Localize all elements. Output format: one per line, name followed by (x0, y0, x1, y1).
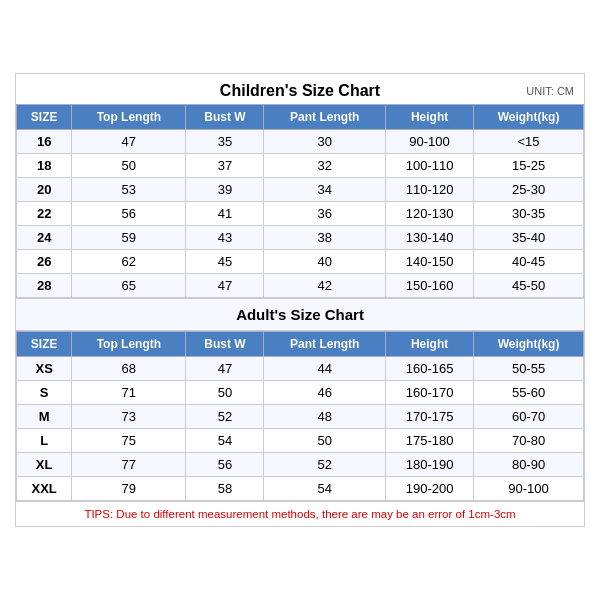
table-cell: 52 (186, 405, 264, 429)
adults-col-weight: Weight(kg) (474, 332, 584, 357)
table-cell: 59 (72, 226, 186, 250)
table-cell: 73 (72, 405, 186, 429)
table-cell: 58 (186, 477, 264, 501)
table-cell: 43 (186, 226, 264, 250)
children-table: SIZE Top Length Bust W Pant Length Heigh… (16, 104, 584, 298)
table-cell: 100-110 (386, 154, 474, 178)
table-cell: 47 (186, 357, 264, 381)
table-cell: 160-165 (386, 357, 474, 381)
table-cell: 16 (17, 130, 72, 154)
table-cell: 28 (17, 274, 72, 298)
table-cell: 30 (264, 130, 386, 154)
table-cell: 50 (264, 429, 386, 453)
children-col-top-length: Top Length (72, 105, 186, 130)
table-cell: 60-70 (474, 405, 584, 429)
table-cell: M (17, 405, 72, 429)
table-cell: 55-60 (474, 381, 584, 405)
table-cell: 30-35 (474, 202, 584, 226)
table-cell: 54 (264, 477, 386, 501)
table-cell: 79 (72, 477, 186, 501)
table-cell: 50 (186, 381, 264, 405)
table-cell: 47 (186, 274, 264, 298)
table-cell: 65 (72, 274, 186, 298)
table-row: 26624540140-15040-45 (17, 250, 584, 274)
table-cell: 56 (186, 453, 264, 477)
adults-col-top-length: Top Length (72, 332, 186, 357)
table-cell: 110-120 (386, 178, 474, 202)
table-cell: 54 (186, 429, 264, 453)
table-cell: 22 (17, 202, 72, 226)
table-cell: 38 (264, 226, 386, 250)
main-title: Children's Size Chart (220, 82, 380, 100)
table-cell: L (17, 429, 72, 453)
table-cell: <15 (474, 130, 584, 154)
table-cell: 42 (264, 274, 386, 298)
table-row: 24594338130-14035-40 (17, 226, 584, 250)
table-cell: 53 (72, 178, 186, 202)
adults-section-table: Adult's Size Chart (16, 298, 584, 331)
table-cell: 45 (186, 250, 264, 274)
table-cell: 39 (186, 178, 264, 202)
table-row: 18503732100-11015-25 (17, 154, 584, 178)
table-cell: 37 (186, 154, 264, 178)
children-tbody: 1647353090-100<1518503732100-11015-25205… (17, 130, 584, 298)
table-cell: 40 (264, 250, 386, 274)
table-cell: 26 (17, 250, 72, 274)
table-cell: 34 (264, 178, 386, 202)
adults-col-pant: Pant Length (264, 332, 386, 357)
table-cell: 90-100 (386, 130, 474, 154)
children-col-pant: Pant Length (264, 105, 386, 130)
children-col-size: SIZE (17, 105, 72, 130)
table-cell: 48 (264, 405, 386, 429)
table-cell: 160-170 (386, 381, 474, 405)
table-cell: 80-90 (474, 453, 584, 477)
table-cell: XS (17, 357, 72, 381)
adults-table: SIZE Top Length Bust W Pant Length Heigh… (16, 331, 584, 501)
table-cell: 41 (186, 202, 264, 226)
table-cell: 35 (186, 130, 264, 154)
table-cell: XXL (17, 477, 72, 501)
table-cell: 50-55 (474, 357, 584, 381)
children-header-row: SIZE Top Length Bust W Pant Length Heigh… (17, 105, 584, 130)
table-cell: 75 (72, 429, 186, 453)
table-cell: 36 (264, 202, 386, 226)
table-cell: XL (17, 453, 72, 477)
adults-col-size: SIZE (17, 332, 72, 357)
table-row: 20533934110-12025-30 (17, 178, 584, 202)
unit-label: UNIT: CM (526, 85, 574, 97)
size-chart-container: Children's Size Chart UNIT: CM SIZE Top … (15, 73, 585, 527)
table-cell: 18 (17, 154, 72, 178)
table-row: S715046160-17055-60 (17, 381, 584, 405)
table-cell: 175-180 (386, 429, 474, 453)
table-cell: 180-190 (386, 453, 474, 477)
adults-title-row: Adult's Size Chart (16, 299, 584, 331)
table-cell: 35-40 (474, 226, 584, 250)
table-row: XXL795854190-20090-100 (17, 477, 584, 501)
table-row: 1647353090-100<15 (17, 130, 584, 154)
table-row: XL775652180-19080-90 (17, 453, 584, 477)
table-cell: 45-50 (474, 274, 584, 298)
table-cell: 15-25 (474, 154, 584, 178)
adults-tbody: XS684744160-16550-55S715046160-17055-60M… (17, 357, 584, 501)
table-cell: 77 (72, 453, 186, 477)
table-cell: 44 (264, 357, 386, 381)
table-cell: 190-200 (386, 477, 474, 501)
table-row: 22564136120-13030-35 (17, 202, 584, 226)
table-cell: S (17, 381, 72, 405)
adults-title: Adult's Size Chart (16, 299, 584, 331)
table-cell: 120-130 (386, 202, 474, 226)
tips-row: TIPS: Due to different measurement metho… (16, 501, 584, 526)
adults-col-height: Height (386, 332, 474, 357)
table-cell: 130-140 (386, 226, 474, 250)
table-cell: 32 (264, 154, 386, 178)
children-col-height: Height (386, 105, 474, 130)
table-row: XS684744160-16550-55 (17, 357, 584, 381)
table-cell: 56 (72, 202, 186, 226)
table-cell: 47 (72, 130, 186, 154)
table-cell: 150-160 (386, 274, 474, 298)
table-cell: 46 (264, 381, 386, 405)
adults-header-row: SIZE Top Length Bust W Pant Length Heigh… (17, 332, 584, 357)
table-row: M735248170-17560-70 (17, 405, 584, 429)
table-cell: 25-30 (474, 178, 584, 202)
main-title-row: Children's Size Chart UNIT: CM (16, 74, 584, 104)
